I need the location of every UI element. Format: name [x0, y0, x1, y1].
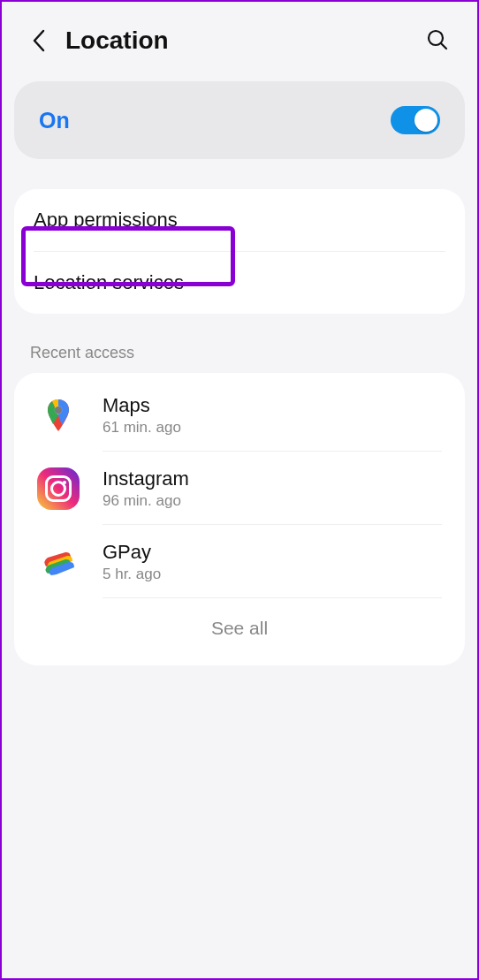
recent-access-card: Maps 61 min. ago Instagram 96 min. ago G… [14, 373, 465, 665]
location-switch[interactable] [391, 106, 440, 134]
app-name: Maps [103, 394, 442, 417]
svg-point-2 [55, 406, 62, 414]
switch-thumb [414, 109, 437, 132]
chevron-left-icon [32, 29, 46, 52]
search-button[interactable] [426, 28, 451, 53]
search-icon [426, 28, 449, 51]
app-time: 96 min. ago [103, 492, 442, 510]
app-info: Maps 61 min. ago [103, 394, 442, 437]
app-time: 61 min. ago [103, 419, 442, 437]
location-toggle-card[interactable]: On [14, 81, 465, 159]
maps-icon [37, 394, 80, 437]
page-title: Location [65, 27, 426, 55]
app-name: GPay [103, 541, 442, 564]
app-permissions-item[interactable]: App permissions [14, 189, 465, 251]
app-row-instagram[interactable]: Instagram 96 min. ago [14, 452, 465, 524]
app-info: Instagram 96 min. ago [103, 467, 442, 510]
toggle-label: On [39, 108, 70, 133]
app-row-gpay[interactable]: GPay 5 hr. ago [14, 525, 465, 597]
app-name: Instagram [103, 467, 442, 490]
recent-access-title: Recent access [2, 314, 477, 373]
header: Location [2, 2, 477, 72]
app-info: GPay 5 hr. ago [103, 541, 442, 583]
settings-card: App permissions Location services [14, 189, 465, 314]
location-services-item[interactable]: Location services [14, 252, 465, 314]
back-button[interactable] [28, 30, 49, 51]
instagram-icon [37, 467, 80, 510]
app-row-maps[interactable]: Maps 61 min. ago [14, 378, 465, 451]
see-all-button[interactable]: See all [14, 598, 465, 650]
app-time: 5 hr. ago [103, 566, 442, 583]
gpay-icon [37, 541, 80, 583]
